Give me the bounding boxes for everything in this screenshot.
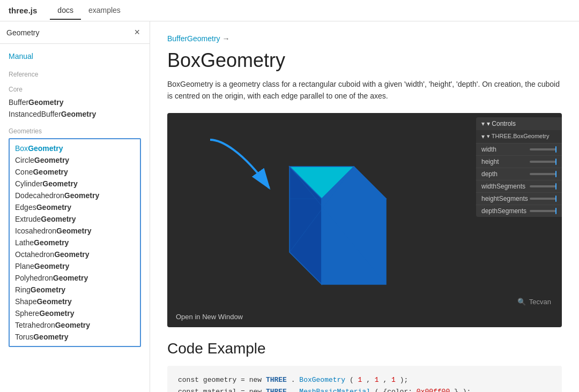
controls-depth-label: depth	[481, 170, 498, 178]
sidebar-core-label: Core	[9, 86, 141, 93]
sidebar-item-shapegeometry[interactable]: ShapeGeometry	[15, 296, 135, 307]
cube-svg	[225, 124, 418, 316]
open-new-window-link[interactable]: Open in New Window	[176, 313, 243, 321]
sidebar-item-buffergeometry[interactable]: BufferGeometry	[9, 96, 141, 108]
breadcrumb: BufferGeometry →	[167, 34, 562, 43]
nav-tab-examples[interactable]: examples	[81, 2, 128, 20]
sidebar-item-polyhedrongeometry[interactable]: PolyhedronGeometry	[15, 272, 135, 284]
controls-section-icon: ▾	[481, 133, 485, 140]
sidebar-content: Manual Reference Core BufferGeometry Ins…	[0, 44, 150, 392]
sidebar-item-circlegeometry[interactable]: CircleGeometry	[15, 154, 135, 166]
controls-height-label: height	[481, 158, 499, 165]
sidebar-item-extrudegeometry[interactable]: ExtrudeGeometry	[15, 213, 135, 225]
breadcrumb-link[interactable]: BufferGeometry	[167, 34, 220, 43]
main-layout: × Manual Reference Core BufferGeometry I…	[0, 21, 579, 392]
controls-heightsegments-label: heightSegments	[481, 195, 528, 202]
sidebar-item-boxgeometry[interactable]: BoxGeometry	[15, 142, 135, 154]
controls-row-depth: depth	[476, 168, 562, 180]
controls-width-label: width	[481, 146, 496, 153]
watermark: 🔍 Tecvan	[517, 298, 551, 306]
controls-section-header[interactable]: ▾ ▾ THREE.BoxGeometry	[476, 130, 562, 143]
sidebar-item-torusgeometry[interactable]: TorusGeometry	[15, 331, 135, 343]
watermark-text: Tecvan	[529, 298, 551, 306]
sidebar-geometries-label: Geometries	[9, 127, 141, 135]
page-title: BoxGeometry	[167, 49, 562, 72]
controls-label: ▾ Controls	[487, 120, 516, 127]
sidebar-item-planegeometry[interactable]: PlaneGeometry	[15, 260, 135, 272]
sidebar: × Manual Reference Core BufferGeometry I…	[0, 21, 150, 392]
sidebar-item-edgesgeometry[interactable]: EdgesGeometry	[15, 201, 135, 213]
sidebar-item-cylindergeometry[interactable]: CylinderGeometry	[15, 178, 135, 190]
controls-width-slider[interactable]	[530, 148, 556, 150]
sidebar-item-conegeometry[interactable]: ConeGeometry	[15, 166, 135, 178]
sidebar-item-icosahedrongeometry[interactable]: IcosahedronGeometry	[15, 225, 135, 237]
controls-depthsegments-slider[interactable]	[530, 210, 556, 212]
sidebar-item-manual[interactable]: Manual	[9, 50, 141, 62]
sidebar-item-tetrahedrongeometry[interactable]: TetrahedronGeometry	[15, 319, 135, 331]
sidebar-search-bar: ×	[0, 21, 150, 44]
controls-header[interactable]: ▾ ▾ Controls	[476, 117, 562, 130]
controls-row-width: width	[476, 143, 562, 155]
sidebar-item-spheregeometry[interactable]: SphereGeometry	[15, 307, 135, 319]
content-area: BufferGeometry → BoxGeometry BoxGeometry…	[150, 21, 579, 392]
viewer-container: ▾ ▾ Controls ▾ ▾ THREE.BoxGeometry width…	[167, 113, 562, 327]
code-line-1: const geometry = new THREE . BoxGeometry…	[178, 374, 551, 386]
watermark-icon: 🔍	[517, 298, 526, 306]
controls-row-height: height	[476, 155, 562, 168]
controls-row-heightsegments: heightSegments	[476, 192, 562, 205]
sidebar-item-dodecahedrongeometry[interactable]: DodecahedronGeometry	[15, 190, 135, 201]
controls-row-depthsegments: depthSegments	[476, 205, 562, 217]
breadcrumb-separator: →	[222, 34, 230, 43]
controls-panel: ▾ ▾ Controls ▾ ▾ THREE.BoxGeometry width…	[476, 117, 562, 217]
top-nav: three.js docs examples	[0, 0, 579, 21]
cube-viewport	[167, 113, 476, 327]
code-line-2: const material = new THREE . MeshBasicMa…	[178, 386, 551, 392]
search-input[interactable]	[6, 28, 131, 37]
site-logo: three.js	[9, 6, 37, 15]
sidebar-item-instancedbuffergeometry[interactable]: InstancedBufferGeometry	[9, 108, 141, 120]
viewer-footer: Open in New Window	[176, 313, 243, 321]
page-description: BoxGeometry is a geometry class for a re…	[167, 78, 562, 102]
controls-widthsegments-slider[interactable]	[530, 185, 556, 187]
sidebar-item-octahedrongeometry[interactable]: OctahedronGeometry	[15, 248, 135, 260]
controls-toggle-icon: ▾	[481, 120, 485, 127]
controls-section-label: ▾ THREE.BoxGeometry	[487, 133, 549, 140]
code-block: const geometry = new THREE . BoxGeometry…	[167, 366, 562, 392]
controls-depthsegments-label: depthSegments	[481, 207, 526, 215]
controls-heightsegments-slider[interactable]	[530, 198, 556, 200]
nav-tab-docs[interactable]: docs	[50, 2, 81, 20]
sidebar-reference-label: Reference	[9, 71, 141, 78]
controls-depth-slider[interactable]	[530, 173, 556, 175]
controls-row-widthsegments: widthSegments	[476, 180, 562, 192]
sidebar-item-lathegeometry[interactable]: LatheGeometry	[15, 237, 135, 248]
controls-height-slider[interactable]	[530, 161, 556, 163]
code-section-title: Code Example	[167, 340, 562, 357]
sidebar-item-ringgeometry[interactable]: RingGeometry	[15, 284, 135, 296]
controls-widthsegments-label: widthSegments	[481, 183, 525, 190]
geometries-list-box: BoxGeometry CircleGeometry ConeGeometry …	[9, 138, 141, 347]
close-button[interactable]: ×	[131, 26, 143, 39]
